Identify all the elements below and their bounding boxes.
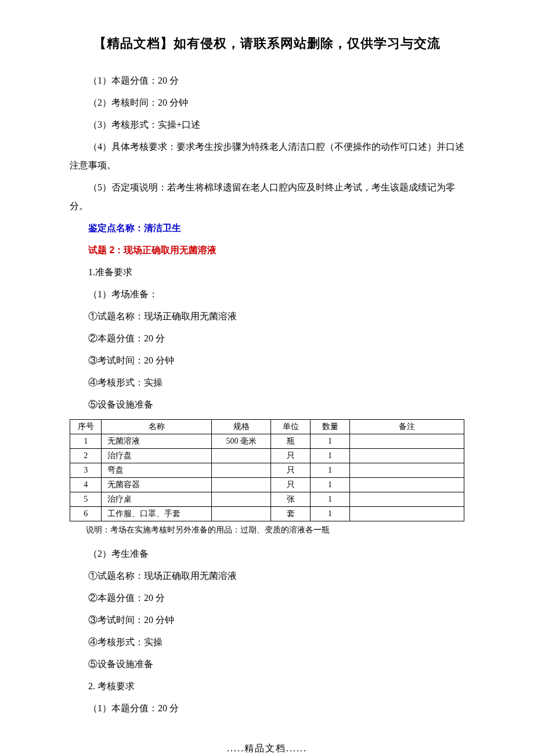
candidate-item-3: ③考试时间：20 分钟 — [70, 609, 464, 631]
cell-name: 无菌容器 — [102, 478, 212, 492]
cell-seq: 3 — [70, 463, 102, 478]
candidate-item-1: ①试题名称：现场正确取用无菌溶液 — [70, 565, 464, 587]
cell-spec — [212, 478, 271, 492]
cell-spec — [212, 449, 271, 463]
cell-spec: 500 毫米 — [212, 434, 271, 449]
cell-name: 弯盘 — [102, 463, 212, 478]
cell-remark — [350, 478, 464, 492]
cell-name: 工作服、口罩、手套 — [102, 507, 212, 521]
cell-qty: 1 — [311, 507, 350, 521]
cell-unit: 只 — [271, 449, 311, 463]
th-remark: 备注 — [350, 420, 464, 434]
table-row: 3 弯盘 只 1 — [70, 463, 464, 478]
cell-name: 无菌溶液 — [102, 434, 212, 449]
table-note: 说明：考场在实施考核时另外准备的用品：过期、变质的溶液各一瓶 — [70, 523, 464, 537]
cell-spec — [212, 492, 271, 507]
cell-seq: 2 — [70, 449, 102, 463]
cell-unit: 瓶 — [271, 434, 311, 449]
section1-item-2: （2）考核时间：20 分钟 — [70, 92, 464, 114]
section1-item-5: （5）否定项说明：若考生将棉球遗留在老人口腔内应及时终止考试，考生该题成绩记为零… — [70, 177, 464, 217]
venue-item-1: ①试题名称：现场正确取用无菌溶液 — [70, 305, 464, 327]
table-row: 6 工作服、口罩、手套 套 1 — [70, 507, 464, 521]
cell-unit: 只 — [271, 478, 311, 492]
cell-seq: 6 — [70, 507, 102, 521]
cell-spec — [212, 463, 271, 478]
th-seq: 序号 — [70, 420, 102, 434]
cell-seq: 1 — [70, 434, 102, 449]
cell-remark — [350, 463, 464, 478]
th-name: 名称 — [102, 420, 212, 434]
candidate-item-5: ⑤设备设施准备 — [70, 653, 464, 675]
cell-unit: 张 — [271, 492, 311, 507]
candidate-item-2: ②本题分值：20 分 — [70, 587, 464, 609]
cell-qty: 1 — [311, 463, 350, 478]
venue-item-2: ②本题分值：20 分 — [70, 327, 464, 350]
cell-unit: 只 — [271, 463, 311, 478]
cell-spec — [212, 507, 271, 521]
table-row: 5 治疗桌 张 1 — [70, 492, 464, 507]
venue-item-3: ③考试时间：20 分钟 — [70, 350, 464, 372]
cell-qty: 1 — [311, 478, 350, 492]
cell-name: 治疗桌 — [102, 492, 212, 507]
cell-seq: 5 — [70, 492, 102, 507]
page-header-title: 【精品文档】如有侵权，请联系网站删除，仅供学习与交流 — [70, 35, 464, 52]
document-page: 【精品文档】如有侵权，请联系网站删除，仅供学习与交流 （1）本题分值：20 分 … — [0, 0, 534, 756]
venue-prep-heading: （1）考场准备： — [70, 283, 464, 305]
th-unit: 单位 — [271, 420, 311, 434]
venue-item-4: ④考核形式：实操 — [70, 372, 464, 394]
th-spec: 规格 — [212, 420, 271, 434]
requirements-item-1: （1）本题分值：20 分 — [70, 697, 464, 719]
cell-seq: 4 — [70, 478, 102, 492]
th-qty: 数量 — [311, 420, 350, 434]
cell-qty: 1 — [311, 449, 350, 463]
equipment-table: 序号 名称 规格 单位 数量 备注 1 无菌溶液 500 毫米 瓶 1 2 治疗… — [70, 419, 464, 521]
candidate-prep-heading: （2）考生准备 — [70, 543, 464, 565]
prep-heading: 1.准备要求 — [70, 261, 464, 283]
cell-remark — [350, 449, 464, 463]
table-row: 2 治疗盘 只 1 — [70, 449, 464, 463]
section1-item-1: （1）本题分值：20 分 — [70, 70, 464, 92]
assessment-point-title: 鉴定点名称：清洁卫生 — [70, 217, 464, 239]
question-2-title: 试题 2：现场正确取用无菌溶液 — [70, 239, 464, 261]
cell-remark — [350, 507, 464, 521]
table-header-row: 序号 名称 规格 单位 数量 备注 — [70, 420, 464, 434]
venue-item-5: ⑤设备设施准备 — [70, 394, 464, 416]
cell-name: 治疗盘 — [102, 449, 212, 463]
cell-remark — [350, 492, 464, 507]
cell-qty: 1 — [311, 434, 350, 449]
page-footer: .....精品文档...... — [70, 743, 464, 755]
table-row: 4 无菌容器 只 1 — [70, 478, 464, 492]
table-row: 1 无菌溶液 500 毫米 瓶 1 — [70, 434, 464, 449]
cell-qty: 1 — [311, 492, 350, 507]
candidate-item-4: ④考核形式：实操 — [70, 631, 464, 653]
section1-item-4: （4）具体考核要求：要求考生按步骤为特殊老人清洁口腔（不便操作的动作可口述）并口… — [70, 136, 464, 177]
section1-item-3: （3）考核形式：实操+口述 — [70, 114, 464, 136]
requirements-heading: 2. 考核要求 — [70, 675, 464, 697]
cell-unit: 套 — [271, 507, 311, 521]
cell-remark — [350, 434, 464, 449]
